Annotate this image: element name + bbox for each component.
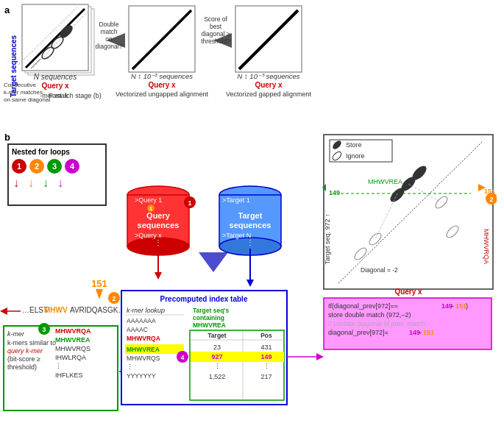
mhwvrqa-right: MHWVRQA bbox=[483, 229, 490, 264]
panel-b: b Nested for loops 1 2 3 4 ↓ ↓ ↓ ↓ Query bbox=[0, 129, 504, 423]
kmer-row-5: ⋮ bbox=[127, 363, 133, 371]
query-x-dp: Query x bbox=[394, 288, 422, 296]
caption3: Vectorized gapped alignment bbox=[226, 90, 312, 98]
target-seq-col-header3: MHWVREA bbox=[193, 321, 226, 329]
target-cyl-label2: sequences bbox=[230, 221, 271, 230]
n-seq-label3: N ↕ 10⁻⁵ sequences bbox=[237, 72, 299, 80]
svg-marker-27 bbox=[96, 289, 103, 299]
entry1-target: 23 bbox=[213, 344, 221, 351]
dots-pos: ⋮ bbox=[263, 363, 270, 370]
badge-2: 2 bbox=[112, 295, 116, 302]
entry2-target: 927 bbox=[211, 353, 222, 360]
entry2-pos: 149 bbox=[260, 353, 271, 360]
code-line2: store double match (972,–2) bbox=[328, 311, 411, 319]
target-seq-col-header: Target seq's bbox=[193, 307, 229, 314]
caption2: Vectorized ungapped alignment bbox=[116, 90, 209, 98]
seq-display-end: AVRIDQASGK… bbox=[70, 306, 125, 314]
kmer-5: ⋮ bbox=[55, 363, 62, 370]
kmatch-label: Consecutive bbox=[4, 82, 37, 88]
arrow1-text4: diagonal? bbox=[96, 43, 123, 50]
kmer-4: IHWLRQA bbox=[55, 354, 86, 361]
kmers-title1: k-mer bbox=[7, 330, 25, 338]
arrow1-text2: match bbox=[100, 28, 117, 35]
badge-4: 4 bbox=[180, 354, 184, 361]
kmatch-label2: k-mer matches bbox=[4, 89, 43, 96]
dots-target: ⋮ bbox=[214, 363, 221, 370]
caption1c: -mer match stage (b) bbox=[40, 92, 102, 99]
kmer-row-qry: MHWVRQA bbox=[127, 335, 160, 342]
svg-marker-46 bbox=[316, 353, 324, 360]
arrow2-text1: Score of bbox=[204, 15, 227, 23]
svg-rect-39 bbox=[190, 330, 284, 400]
query-x-label2: Query x bbox=[148, 81, 176, 89]
diagonal-label: Diagonal = -2 bbox=[361, 266, 398, 274]
main-container: a Target sequences Consecutive k-mer mat… bbox=[0, 0, 504, 423]
panel-a-svg: Target sequences Consecutive k-mer match… bbox=[0, 0, 504, 124]
code-line1e: ) bbox=[466, 302, 468, 310]
kmer-3: MHWVRQS bbox=[55, 345, 90, 352]
badge-2-dp: 2 bbox=[489, 196, 493, 203]
kmer-row-2: AAAAC bbox=[127, 326, 148, 333]
index-table-title: Precomputed index table bbox=[160, 295, 248, 303]
kmers-title2: k-mers similar to bbox=[7, 339, 56, 346]
svg-marker-30 bbox=[0, 308, 7, 315]
code-line1a: If(diagonal_prev[972]== bbox=[328, 302, 398, 310]
badge-3: 3 bbox=[42, 326, 46, 333]
kmer-lookup-header: k-mer lookup bbox=[127, 307, 165, 314]
code-line3: // Update diagonal of prev. match bbox=[328, 320, 425, 327]
n-seq-label2: N ↕ 10⁻³ sequences bbox=[131, 72, 193, 80]
target-seq-972: Target seq. 972 ↑ bbox=[324, 213, 331, 264]
kmer-row-4: MHWVRQS bbox=[127, 355, 160, 362]
col-pos: Pos bbox=[260, 332, 272, 339]
kmers-title4: (bit-score ≥ bbox=[7, 355, 40, 363]
kmer-row-highlight: MHWVREA bbox=[127, 346, 160, 353]
query-item-1: >Query 1 bbox=[135, 196, 162, 204]
svg-marker-26 bbox=[246, 280, 254, 287]
entry3-pos: 217 bbox=[260, 373, 271, 380]
query-cyl-label: Query bbox=[146, 211, 171, 220]
svg-marker-44 bbox=[199, 252, 228, 272]
entry1-pos: 431 bbox=[260, 344, 271, 351]
kmer-2: MHWVREA bbox=[55, 336, 90, 344]
query-dots: ⋮ bbox=[155, 238, 162, 246]
panel-b-svg: Query sequences >Query 1 1 >Query x ⋮ Ta… bbox=[0, 129, 497, 416]
code-line1c: – bbox=[450, 302, 454, 310]
arrow2-text2: best bbox=[210, 23, 222, 30]
entry3-target: 1,522 bbox=[209, 373, 226, 380]
n-seq-label1: N sequences bbox=[34, 73, 77, 81]
query-cyl-label2: sequences bbox=[138, 221, 180, 230]
target-seq-col-header2: containing bbox=[193, 314, 224, 321]
ignore-legend-label: Ignore bbox=[346, 152, 365, 160]
query-x-label1: Query x bbox=[41, 82, 69, 90]
panel-a: a Target sequences Consecutive k-mer mat… bbox=[0, 0, 504, 129]
col-target: Target bbox=[207, 332, 227, 339]
code-line4c: – bbox=[418, 329, 422, 336]
target-cyl-label: Target bbox=[238, 211, 263, 220]
code-line4d: 151 bbox=[423, 329, 434, 336]
badge-1-query: 1 bbox=[188, 199, 191, 207]
mhwvrea-top: MHWVREA bbox=[368, 178, 402, 185]
q-badge-1: 1 bbox=[149, 205, 153, 212]
kmers-title3: query k-mer bbox=[7, 347, 43, 355]
code-line1d: 151 bbox=[455, 302, 466, 310]
kmer-6: IHFLKES bbox=[55, 372, 83, 379]
kmer-1: MHWVRQA bbox=[55, 327, 91, 335]
pos-151-label: 151 bbox=[91, 278, 107, 289]
arrow1-text3: on bbox=[105, 35, 113, 43]
seq-display-highlight: MHWV bbox=[44, 306, 68, 314]
store-legend-label: Store bbox=[346, 141, 362, 149]
arrow2-text3: diagonal ≥ bbox=[201, 30, 230, 38]
svg-marker-24 bbox=[155, 272, 162, 280]
kmer-row-1: AAAAAAA bbox=[127, 317, 156, 324]
target-item-1: >Target 1 bbox=[222, 196, 250, 204]
code-line4a: diagonal_prev[972]= bbox=[328, 329, 388, 336]
kmers-title5: threshold) bbox=[7, 363, 37, 371]
arrow1-text1: Double bbox=[99, 21, 119, 28]
query-x-label3: Query x bbox=[255, 81, 283, 89]
kmer-row-6: YYYYYYY bbox=[127, 372, 156, 380]
target-dots: ⋮ bbox=[246, 238, 254, 246]
pos-149-dp: 149 bbox=[329, 189, 340, 196]
arrow2-text4: threshold? bbox=[201, 38, 230, 45]
